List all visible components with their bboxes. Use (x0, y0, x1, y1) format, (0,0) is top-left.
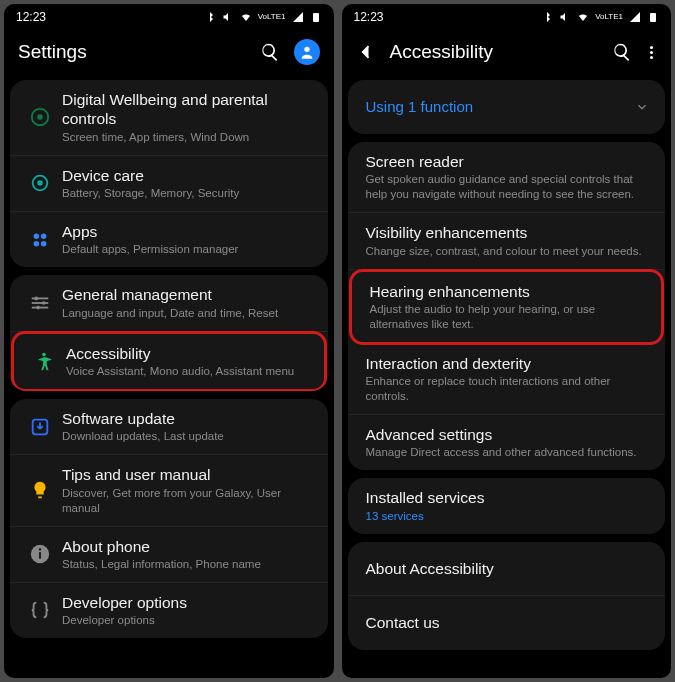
svg-rect-11 (32, 297, 49, 299)
item-title: About phone (62, 537, 316, 556)
settings-content: Digital Wellbeing and parental controls … (4, 74, 334, 678)
item-sub: Voice Assistant, Mono audio, Assistant m… (66, 364, 312, 379)
svg-point-17 (42, 353, 46, 357)
settings-group: General management Language and input, D… (10, 275, 328, 391)
item-sub: Battery, Storage, Memory, Security (62, 186, 316, 201)
battery-icon (647, 11, 659, 23)
item-sub: Enhance or replace touch interactions an… (366, 374, 654, 404)
settings-item-general[interactable]: General management Language and input, D… (10, 275, 328, 331)
settings-item-tips[interactable]: Tips and user manual Discover, Get more … (10, 455, 328, 526)
item-title: Visibility enhancements (366, 223, 654, 242)
item-title: Screen reader (366, 152, 654, 171)
item-title: Apps (62, 222, 316, 241)
svg-rect-1 (313, 13, 319, 22)
item-title: Hearing enhancements (370, 282, 650, 301)
svg-rect-12 (32, 302, 49, 304)
settings-item-developer[interactable]: Developer options Developer options (10, 583, 328, 638)
item-title: Contact us (366, 613, 654, 632)
banner-card: Using 1 function (348, 80, 666, 134)
search-icon[interactable] (612, 42, 632, 62)
item-title: Software update (62, 409, 316, 428)
bluetooth-icon (204, 11, 216, 23)
phone-right: 12:23 VoLTE1 Accessibility Using 1 funct… (342, 4, 672, 678)
titlebar-settings: Settings (4, 30, 334, 74)
settings-item-apps[interactable]: Apps Default apps, Permission manager (10, 212, 328, 267)
search-icon[interactable] (260, 42, 280, 62)
item-sub: Screen time, App timers, Wind Down (62, 130, 316, 145)
apps-icon (29, 229, 51, 251)
item-title: Developer options (62, 593, 316, 612)
page-title: Settings (18, 41, 246, 63)
svg-point-7 (34, 233, 40, 239)
svg-point-14 (35, 297, 39, 301)
titlebar-accessibility: Accessibility (342, 30, 672, 74)
sliders-icon (29, 292, 51, 314)
item-visibility[interactable]: Visibility enhancements Change size, con… (348, 213, 666, 269)
status-time: 12:23 (16, 10, 46, 24)
settings-item-device-care[interactable]: Device care Battery, Storage, Memory, Se… (10, 156, 328, 212)
chevron-down-icon (631, 100, 653, 114)
svg-point-21 (39, 548, 41, 550)
settings-item-accessibility[interactable]: Accessibility Voice Assistant, Mono audi… (11, 331, 327, 391)
care-icon (29, 172, 51, 194)
item-sub: Manage Direct access and other advanced … (366, 445, 654, 460)
svg-point-2 (304, 47, 309, 52)
info-icon (29, 543, 51, 565)
svg-rect-20 (39, 552, 41, 558)
mute-icon (559, 11, 571, 23)
item-sub: Change size, contrast, and colour to mee… (366, 244, 654, 259)
item-installed-services[interactable]: Installed services 13 services (348, 478, 666, 533)
wifi-icon (240, 11, 252, 23)
profile-avatar[interactable] (294, 39, 320, 65)
phone-left: 12:23 VoLTE1 Settings Digital Wellbeing … (4, 4, 334, 678)
item-title: Accessibility (66, 344, 312, 363)
item-title: General management (62, 285, 316, 304)
item-screen-reader[interactable]: Screen reader Get spoken audio guidance … (348, 142, 666, 213)
item-sub: 13 services (366, 509, 654, 524)
svg-point-6 (37, 181, 43, 187)
accessibility-icon (33, 350, 55, 372)
mute-icon (222, 11, 234, 23)
item-sub: Get spoken audio guidance and special co… (366, 172, 654, 202)
item-title: Device care (62, 166, 316, 185)
item-sub: Status, Legal information, Phone name (62, 557, 316, 572)
item-hearing[interactable]: Hearing enhancements Adjust the audio to… (349, 269, 665, 345)
item-title: Tips and user manual (62, 465, 316, 484)
item-sub: Download updates, Last update (62, 429, 316, 444)
using-functions-banner[interactable]: Using 1 function (348, 80, 666, 134)
item-sub: Discover, Get more from your Galaxy, Use… (62, 486, 316, 516)
item-sub: Language and input, Date and time, Reset (62, 306, 316, 321)
page-title: Accessibility (390, 41, 599, 63)
lte-label: VoLTE1 (258, 13, 286, 21)
item-title: Interaction and dexterity (366, 354, 654, 373)
settings-item-wellbeing[interactable]: Digital Wellbeing and parental controls … (10, 80, 328, 156)
status-time: 12:23 (354, 10, 384, 24)
wellbeing-icon (29, 106, 51, 128)
svg-point-10 (41, 241, 46, 247)
accessibility-group: Installed services 13 services (348, 478, 666, 533)
svg-point-9 (34, 241, 40, 247)
accessibility-content: Using 1 function Screen reader Get spoke… (342, 74, 672, 678)
item-title: About Accessibility (366, 559, 654, 578)
item-sub: Developer options (62, 613, 316, 628)
person-icon (299, 44, 315, 60)
item-sub: Adjust the audio to help your hearing, o… (370, 302, 650, 332)
item-interaction[interactable]: Interaction and dexterity Enhance or rep… (348, 344, 666, 415)
status-bar: 12:23 VoLTE1 (342, 4, 672, 30)
svg-point-16 (36, 306, 40, 310)
bluetooth-icon (541, 11, 553, 23)
more-menu-icon[interactable] (646, 46, 657, 59)
accessibility-group: About Accessibility Contact us (348, 542, 666, 650)
settings-item-about[interactable]: About phone Status, Legal information, P… (10, 527, 328, 583)
item-title: Advanced settings (366, 425, 654, 444)
settings-item-update[interactable]: Software update Download updates, Last u… (10, 399, 328, 455)
item-title: Digital Wellbeing and parental controls (62, 90, 316, 129)
item-advanced[interactable]: Advanced settings Manage Direct access a… (348, 415, 666, 470)
item-title: Installed services (366, 488, 654, 507)
svg-point-15 (42, 301, 46, 305)
svg-point-8 (41, 233, 46, 239)
item-contact-us[interactable]: Contact us (348, 596, 666, 650)
item-about-accessibility[interactable]: About Accessibility (348, 542, 666, 596)
svg-rect-24 (650, 13, 656, 22)
back-icon[interactable] (356, 42, 376, 62)
